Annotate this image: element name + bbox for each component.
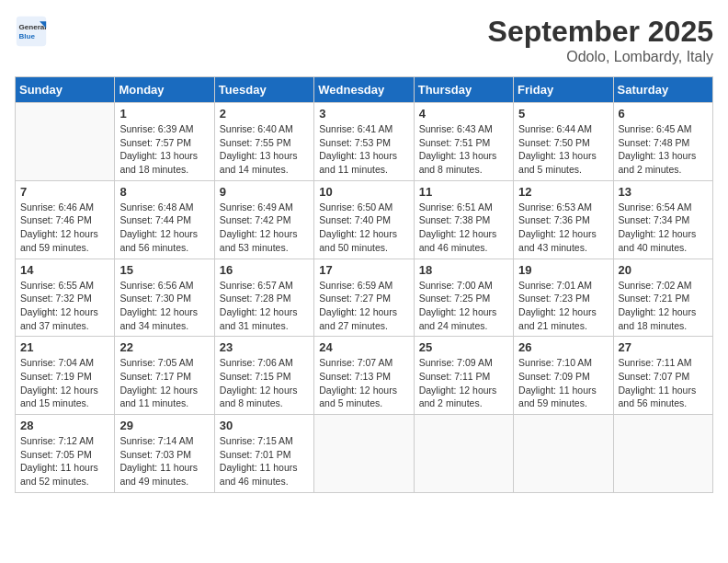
day-info: Sunrise: 7:06 AMSunset: 7:15 PMDaylight:… — [220, 356, 309, 410]
calendar-day: 27Sunrise: 7:11 AMSunset: 7:07 PMDayligh… — [613, 337, 712, 415]
calendar-day: 29Sunrise: 7:14 AMSunset: 7:03 PMDayligh… — [115, 415, 214, 493]
day-info: Sunrise: 7:01 AMSunset: 7:23 PMDaylight:… — [518, 279, 608, 333]
day-number: 16 — [220, 263, 309, 277]
day-info: Sunrise: 7:04 AMSunset: 7:19 PMDaylight:… — [20, 356, 109, 410]
day-info: Sunrise: 7:00 AMSunset: 7:25 PMDaylight:… — [419, 279, 508, 333]
day-info: Sunrise: 7:02 AMSunset: 7:21 PMDaylight:… — [619, 279, 708, 333]
empty-day — [314, 415, 414, 493]
day-info: Sunrise: 6:55 AMSunset: 7:32 PMDaylight:… — [20, 279, 109, 333]
day-info: Sunrise: 6:51 AMSunset: 7:38 PMDaylight:… — [419, 201, 508, 255]
day-number: 20 — [619, 263, 708, 277]
month-title: September 2025 — [488, 15, 713, 49]
day-number: 7 — [20, 185, 109, 199]
empty-day — [613, 415, 712, 493]
calendar-day: 17Sunrise: 6:59 AMSunset: 7:27 PMDayligh… — [314, 259, 414, 337]
day-number: 25 — [419, 340, 508, 354]
logo: General Blue — [15, 15, 48, 48]
weekday-header: Thursday — [414, 77, 513, 103]
day-info: Sunrise: 6:59 AMSunset: 7:27 PMDaylight:… — [319, 279, 408, 333]
calendar-day: 5Sunrise: 6:44 AMSunset: 7:50 PMDaylight… — [514, 103, 613, 181]
location: Odolo, Lombardy, Italy — [488, 49, 713, 65]
day-number: 9 — [220, 185, 309, 199]
day-info: Sunrise: 7:07 AMSunset: 7:13 PMDaylight:… — [319, 356, 408, 410]
weekday-header: Wednesday — [314, 77, 414, 103]
day-number: 15 — [119, 263, 209, 277]
calendar-day: 3Sunrise: 6:41 AMSunset: 7:53 PMDaylight… — [314, 103, 414, 181]
day-number: 5 — [518, 107, 608, 121]
day-number: 10 — [319, 185, 408, 199]
calendar-day: 10Sunrise: 6:50 AMSunset: 7:40 PMDayligh… — [314, 180, 414, 259]
calendar-day: 20Sunrise: 7:02 AMSunset: 7:21 PMDayligh… — [613, 259, 712, 337]
calendar-day: 4Sunrise: 6:43 AMSunset: 7:51 PMDaylight… — [414, 103, 513, 181]
calendar-day: 24Sunrise: 7:07 AMSunset: 7:13 PMDayligh… — [314, 337, 414, 415]
calendar-day: 7Sunrise: 6:46 AMSunset: 7:46 PMDaylight… — [16, 180, 115, 259]
svg-text:Blue: Blue — [19, 32, 36, 40]
calendar-day: 9Sunrise: 6:49 AMSunset: 7:42 PMDaylight… — [214, 180, 313, 259]
day-info: Sunrise: 6:46 AMSunset: 7:46 PMDaylight:… — [20, 201, 109, 255]
day-info: Sunrise: 6:49 AMSunset: 7:42 PMDaylight:… — [220, 201, 309, 255]
calendar-day: 11Sunrise: 6:51 AMSunset: 7:38 PMDayligh… — [414, 180, 513, 259]
day-number: 2 — [220, 107, 309, 121]
day-info: Sunrise: 6:57 AMSunset: 7:28 PMDaylight:… — [220, 279, 309, 333]
calendar: SundayMondayTuesdayWednesdayThursdayFrid… — [15, 76, 713, 493]
calendar-day: 30Sunrise: 7:15 AMSunset: 7:01 PMDayligh… — [214, 415, 313, 493]
weekday-header: Saturday — [613, 77, 712, 103]
day-number: 6 — [619, 107, 708, 121]
day-number: 12 — [518, 185, 608, 199]
day-info: Sunrise: 6:41 AMSunset: 7:53 PMDaylight:… — [319, 122, 408, 177]
day-info: Sunrise: 6:40 AMSunset: 7:55 PMDaylight:… — [220, 122, 309, 177]
calendar-day: 18Sunrise: 7:00 AMSunset: 7:25 PMDayligh… — [414, 259, 513, 337]
day-number: 17 — [319, 263, 408, 277]
empty-day — [514, 415, 613, 493]
calendar-day: 25Sunrise: 7:09 AMSunset: 7:11 PMDayligh… — [414, 337, 513, 415]
day-number: 22 — [119, 340, 209, 354]
day-number: 21 — [20, 340, 109, 354]
day-number: 3 — [319, 107, 408, 121]
day-number: 24 — [319, 340, 408, 354]
day-info: Sunrise: 6:56 AMSunset: 7:30 PMDaylight:… — [119, 279, 209, 333]
day-number: 19 — [518, 263, 608, 277]
day-info: Sunrise: 6:43 AMSunset: 7:51 PMDaylight:… — [419, 122, 508, 177]
day-info: Sunrise: 7:05 AMSunset: 7:17 PMDaylight:… — [119, 356, 209, 410]
weekday-header: Friday — [514, 77, 613, 103]
calendar-day: 13Sunrise: 6:54 AMSunset: 7:34 PMDayligh… — [613, 180, 712, 259]
calendar-day: 1Sunrise: 6:39 AMSunset: 7:57 PMDaylight… — [115, 103, 214, 181]
calendar-day: 2Sunrise: 6:40 AMSunset: 7:55 PMDaylight… — [214, 103, 313, 181]
empty-day — [414, 415, 513, 493]
day-number: 29 — [119, 419, 209, 432]
day-number: 8 — [119, 185, 209, 199]
calendar-day: 14Sunrise: 6:55 AMSunset: 7:32 PMDayligh… — [16, 259, 115, 337]
day-number: 4 — [419, 107, 508, 121]
calendar-day: 16Sunrise: 6:57 AMSunset: 7:28 PMDayligh… — [214, 259, 313, 337]
day-info: Sunrise: 6:53 AMSunset: 7:36 PMDaylight:… — [518, 201, 608, 255]
day-number: 30 — [220, 419, 309, 432]
day-info: Sunrise: 7:14 AMSunset: 7:03 PMDaylight:… — [119, 434, 209, 488]
day-number: 27 — [619, 340, 708, 354]
day-info: Sunrise: 7:09 AMSunset: 7:11 PMDaylight:… — [419, 356, 508, 410]
day-info: Sunrise: 6:50 AMSunset: 7:40 PMDaylight:… — [319, 201, 408, 255]
empty-day — [16, 103, 115, 181]
day-number: 26 — [518, 340, 608, 354]
day-info: Sunrise: 7:10 AMSunset: 7:09 PMDaylight:… — [518, 356, 608, 410]
calendar-day: 12Sunrise: 6:53 AMSunset: 7:36 PMDayligh… — [514, 180, 613, 259]
calendar-day: 26Sunrise: 7:10 AMSunset: 7:09 PMDayligh… — [514, 337, 613, 415]
day-number: 14 — [20, 263, 109, 277]
weekday-header: Monday — [115, 77, 214, 103]
calendar-day: 22Sunrise: 7:05 AMSunset: 7:17 PMDayligh… — [115, 337, 214, 415]
day-info: Sunrise: 6:44 AMSunset: 7:50 PMDaylight:… — [518, 122, 608, 177]
logo-icon: General Blue — [15, 15, 48, 48]
calendar-day: 8Sunrise: 6:48 AMSunset: 7:44 PMDaylight… — [115, 180, 214, 259]
calendar-day: 19Sunrise: 7:01 AMSunset: 7:23 PMDayligh… — [514, 259, 613, 337]
svg-text:General: General — [19, 23, 47, 31]
calendar-day: 15Sunrise: 6:56 AMSunset: 7:30 PMDayligh… — [115, 259, 214, 337]
day-info: Sunrise: 7:12 AMSunset: 7:05 PMDaylight:… — [20, 434, 109, 488]
weekday-header: Sunday — [16, 77, 115, 103]
calendar-day: 23Sunrise: 7:06 AMSunset: 7:15 PMDayligh… — [214, 337, 313, 415]
calendar-day: 28Sunrise: 7:12 AMSunset: 7:05 PMDayligh… — [16, 415, 115, 493]
day-info: Sunrise: 7:15 AMSunset: 7:01 PMDaylight:… — [220, 434, 309, 488]
day-number: 11 — [419, 185, 508, 199]
day-info: Sunrise: 6:45 AMSunset: 7:48 PMDaylight:… — [619, 122, 708, 177]
day-number: 13 — [619, 185, 708, 199]
day-number: 28 — [20, 419, 109, 432]
day-info: Sunrise: 6:48 AMSunset: 7:44 PMDaylight:… — [119, 201, 209, 255]
